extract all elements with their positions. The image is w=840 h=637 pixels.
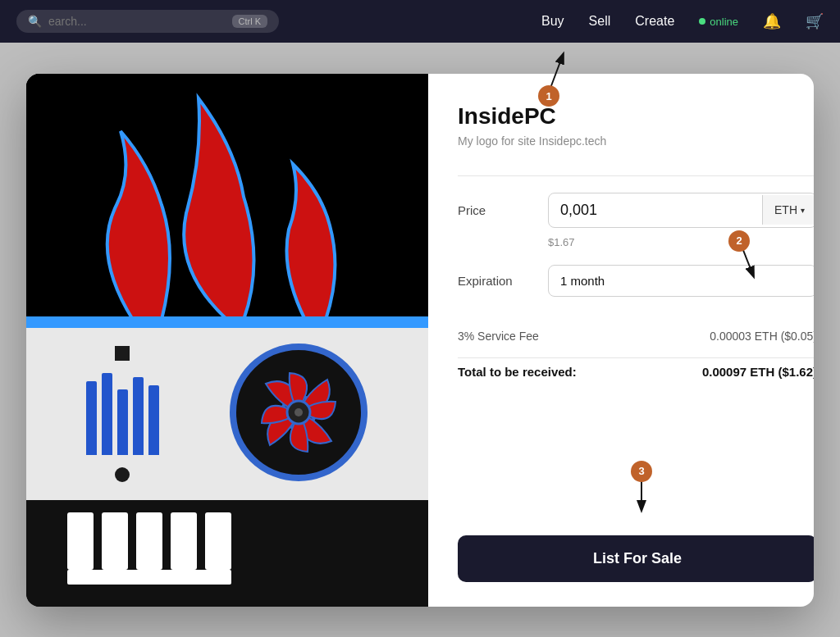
search-input[interactable] (48, 15, 226, 28)
svg-rect-11 (136, 512, 162, 570)
nft-subtitle: My logo for site Insidepc.tech (458, 134, 814, 148)
search-shortcut: Ctrl K (232, 15, 268, 28)
notification-icon[interactable]: 🔔 (763, 12, 781, 30)
svg-point-7 (294, 408, 303, 416)
svg-rect-9 (67, 512, 94, 570)
fee-label: 3% Service Fee (458, 330, 539, 343)
price-usd: $1.67 (548, 236, 814, 248)
modal-overlay: ✕ InsidePC My logo for site Insidepc.tec… (0, 43, 840, 637)
modal: ✕ InsidePC My logo for site Insidepc.tec… (26, 74, 814, 607)
svg-rect-10 (102, 512, 128, 570)
nav-sell[interactable]: Sell (589, 14, 611, 29)
online-status: online (699, 16, 738, 28)
online-label: online (710, 16, 738, 28)
nft-image-panel (26, 74, 428, 607)
fee-value: 0.00003 ETH ($0.05) (710, 330, 814, 343)
divider-1 (458, 175, 814, 176)
currency-chevron-icon: ▾ (801, 206, 805, 215)
price-input-wrap[interactable]: ETH ▾ (548, 193, 814, 228)
flame-svg (26, 74, 428, 328)
badge-2: 2 (728, 230, 750, 252)
online-dot (699, 18, 705, 25)
flame-section (26, 74, 428, 328)
cart-icon[interactable]: 🛒 (806, 12, 824, 30)
fee-row: 3% Service Fee 0.00003 ETH ($0.05) (458, 321, 814, 343)
nav-buy[interactable]: Buy (541, 14, 564, 29)
price-row: Price ETH ▾ (458, 193, 814, 228)
price-input[interactable] (549, 193, 762, 227)
navbar: 🔍 Ctrl K Buy Sell Create online 🔔 🛒 (0, 0, 840, 43)
nft-title: InsidePC (458, 103, 814, 130)
badge-3: 3 (631, 461, 652, 482)
nav-create[interactable]: Create (635, 14, 674, 29)
price-label: Price (458, 203, 548, 217)
total-row: Total to be received: 0.00097 ETH ($1.62… (458, 357, 814, 379)
svg-rect-12 (171, 512, 197, 570)
annotation-2-wrap: 2 (707, 234, 765, 294)
svg-rect-14 (67, 570, 231, 585)
svg-rect-13 (205, 512, 231, 570)
total-value: 0.00097 ETH ($1.62) (702, 365, 814, 379)
pc-section (26, 328, 428, 500)
search-bar[interactable]: 🔍 Ctrl K (16, 10, 279, 33)
svg-rect-3 (26, 316, 428, 328)
total-label: Total to be received: (458, 365, 577, 379)
detail-panel: ✕ InsidePC My logo for site Insidepc.tec… (428, 74, 814, 607)
annotation-3-wrap: 3 (609, 464, 666, 525)
currency-select[interactable]: ETH ▾ (762, 195, 814, 225)
bottom-section (26, 500, 428, 607)
currency-label: ETH (774, 203, 797, 216)
expiration-label: Expiration (458, 274, 548, 288)
list-for-sale-button[interactable]: List For Sale (458, 535, 814, 582)
fan-graphic (229, 343, 368, 485)
expiration-input[interactable] (548, 265, 814, 297)
search-icon: 🔍 (28, 15, 42, 28)
nav-links: Buy Sell Create online 🔔 🛒 (541, 12, 824, 30)
